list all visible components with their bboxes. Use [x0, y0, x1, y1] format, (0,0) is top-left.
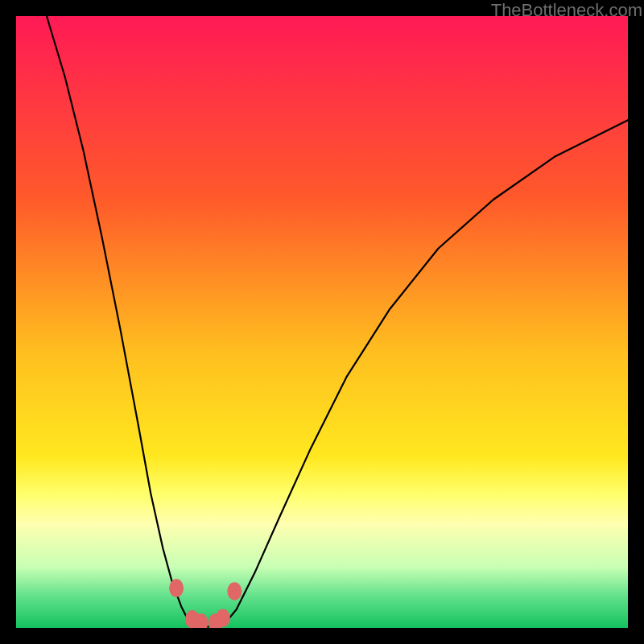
gradient-background [16, 16, 628, 628]
valley-marker [227, 582, 242, 601]
watermark-text: TheBottleneck.com [491, 0, 642, 21]
valley-marker [216, 609, 230, 628]
chart-frame [16, 16, 628, 628]
bottleneck-curve-chart [16, 16, 628, 628]
valley-marker [169, 579, 184, 597]
